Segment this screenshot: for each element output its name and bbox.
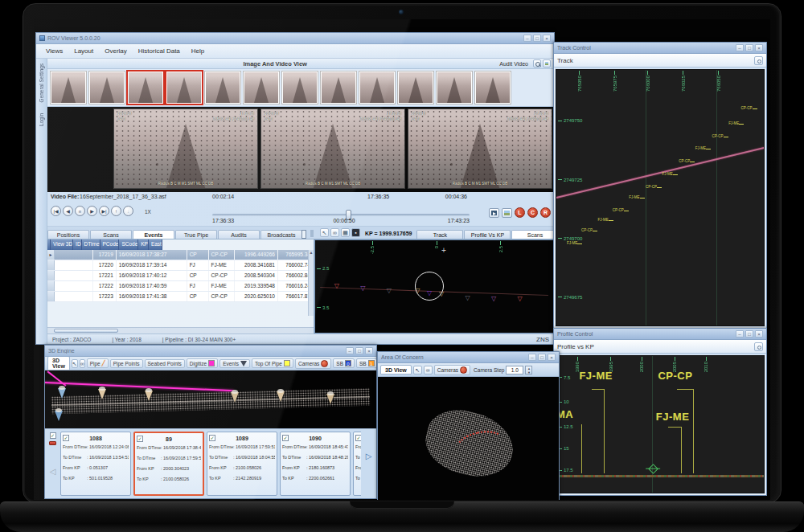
track-chart[interactable]: 765950765975766000766025766050 274975027… (556, 69, 765, 326)
data-tab[interactable]: Positions (47, 230, 89, 239)
event-card[interactable]: 89 From DTime: 16/09/2018 17:38:47.000 T… (133, 432, 204, 496)
select-all-checkbox[interactable] (50, 432, 56, 439)
side-tab[interactable]: General Settings (39, 63, 44, 102)
horizontal-scrollbar[interactable] (47, 327, 314, 334)
table-header-cell[interactable]: ID (73, 239, 82, 250)
data-tab[interactable]: Audits (218, 230, 260, 239)
maximize-button[interactable]: □ (355, 347, 363, 354)
event-checkbox[interactable] (282, 435, 289, 441)
transport-button[interactable]: ■ (75, 206, 85, 216)
scrollbar-thumb[interactable] (54, 329, 118, 333)
data-tab[interactable]: Broadcasts (260, 230, 302, 239)
cameras-toggle[interactable]: Cameras (295, 358, 331, 369)
camera-video-pane[interactable]: 16/09/1817:36:35 2473765995.441 2749700.… (113, 108, 258, 189)
table-row[interactable]: 17223 16/09/2018 17:41:38 CP CP-CP 2020.… (47, 292, 314, 302)
table-row[interactable]: 17220 16/09/2018 17:39:14 FJ FJ-ME 2008.… (47, 260, 314, 271)
table-row[interactable]: 17222 16/09/2018 17:40:59 FJ FJ-ME 2019.… (47, 281, 314, 292)
view-tab[interactable]: Scans (511, 230, 558, 239)
transport-button[interactable]: ▶ (87, 206, 97, 216)
event-checkbox[interactable] (137, 436, 143, 442)
minimize-button[interactable]: – (523, 35, 531, 42)
menu-item[interactable]: Historical Data (133, 47, 185, 55)
camera-center-button[interactable]: C (527, 207, 538, 218)
video-thumbnail[interactable] (321, 72, 356, 104)
pipe-points-toggle[interactable]: Pipe Points (110, 359, 143, 368)
pin-icon[interactable] (754, 342, 763, 351)
chart-icon[interactable]: ▦ (341, 228, 350, 237)
snapshot-icon[interactable] (502, 208, 512, 218)
video-thumbnail[interactable] (166, 72, 202, 104)
table-header-cell[interactable]: East (149, 239, 162, 250)
stepper-icon[interactable]: ▲▼ (525, 366, 532, 374)
event-card[interactable]: 1090 From DTime: 16/09/2018 18:45:47.000… (280, 432, 351, 496)
table-header-cell[interactable]: DTime (82, 239, 100, 250)
camera-step-input[interactable] (506, 366, 523, 374)
image-icon[interactable] (543, 59, 551, 68)
camera-icon[interactable]: ▪ (351, 228, 360, 237)
aoc-3d-scene[interactable] (378, 377, 559, 500)
video-thumbnail[interactable] (398, 72, 433, 104)
delete-event-button[interactable] (49, 441, 56, 445)
engine-3d-scene[interactable] (45, 370, 376, 428)
engine-view-tab[interactable]: 3D View (47, 357, 70, 370)
data-tab[interactable]: True Pipe (175, 230, 217, 239)
cameras-toggle[interactable]: Cameras (434, 365, 470, 375)
event-checkbox[interactable] (209, 435, 215, 441)
minimize-button[interactable]: – (528, 354, 536, 361)
events-toggle[interactable]: Events (219, 359, 250, 368)
side-tab[interactable]: Login (39, 113, 44, 126)
cursor-icon[interactable]: ↖ (72, 359, 78, 368)
minimize-button[interactable]: – (736, 330, 744, 338)
close-button[interactable]: × (755, 330, 763, 338)
transport-button[interactable]: ▶| (99, 206, 109, 216)
top-of-pipe-toggle[interactable]: Top Of Pipe (252, 358, 293, 368)
view-tab[interactable]: Track (416, 230, 463, 239)
event-card[interactable]: 1088 From DTime: 16/09/2018 12:24:08.000… (60, 432, 131, 496)
video-thumbnail[interactable] (89, 72, 125, 104)
table-header-cell[interactable]: SCode (119, 239, 138, 250)
transport-button[interactable]: ◀ (63, 206, 73, 216)
menu-item[interactable]: Views (41, 47, 68, 55)
export-video-icon[interactable] (489, 208, 499, 218)
scan-view[interactable]: -2.502.5 2.53.5 + (314, 239, 554, 334)
data-tab[interactable]: Events (133, 230, 174, 239)
event-card[interactable]: 1089 From DTime: 16/09/2018 17:59:51.000… (207, 432, 277, 496)
magnifier-icon[interactable] (533, 59, 541, 68)
table-row[interactable]: 17221 16/09/2018 17:40:12 CP CP-CP 2008.… (47, 271, 314, 281)
seabed-points-toggle[interactable]: Seabed Points (145, 359, 185, 368)
video-thumbnail[interactable] (282, 72, 318, 104)
scroll-left-icon[interactable]: ◁ (50, 448, 56, 496)
seek-slider[interactable] (212, 214, 470, 216)
cursor-icon[interactable]: ↖ (413, 366, 422, 374)
event-card[interactable]: From DTime: To DTime: From KP: To KP: (353, 432, 361, 496)
video-thumbnail[interactable] (437, 72, 472, 104)
menu-item[interactable]: Overlay (100, 47, 132, 55)
close-button[interactable]: × (365, 347, 373, 354)
cursor-icon[interactable]: ↖ (320, 228, 329, 237)
data-tab[interactable]: Scans (90, 230, 132, 239)
pin-icon[interactable] (754, 56, 763, 65)
binoculars-icon[interactable]: ∞ (80, 359, 85, 368)
camera-video-pane[interactable]: 16/09/1817:36:35 2473765995.441 2749700.… (408, 108, 552, 189)
close-button[interactable]: × (755, 44, 763, 51)
minimize-button[interactable]: – (346, 347, 354, 354)
table-row[interactable]: 17219 16/09/2018 17:38:27 CP CP-CP 1996.… (47, 250, 314, 260)
binoculars-icon[interactable]: ∞ (424, 366, 433, 374)
transport-button[interactable]: ↓ (123, 206, 133, 216)
scroll-right-icon[interactable]: ▷ (366, 432, 372, 481)
menu-item[interactable]: Layout (69, 47, 98, 55)
video-thumbnail[interactable] (128, 72, 163, 104)
menu-item[interactable]: Help (187, 47, 209, 55)
video-thumbnail[interactable] (51, 72, 86, 104)
sb0-toggle[interactable]: SB0 (333, 358, 355, 368)
video-thumbnail[interactable] (205, 72, 240, 104)
video-thumbnail[interactable] (244, 72, 279, 104)
video-thumbnail[interactable] (359, 72, 395, 104)
view-tab[interactable]: Profile Vs KP (464, 230, 511, 239)
camera-video-pane[interactable]: 16/09/1817:36:35 2473765995.441 2749700.… (260, 108, 405, 189)
close-button[interactable]: × (548, 354, 556, 361)
maximize-button[interactable]: □ (538, 354, 546, 361)
audit-video-label[interactable]: Audit Video (499, 61, 528, 67)
camera-left-button[interactable]: L (515, 207, 525, 218)
camera-right-button[interactable]: R (540, 207, 551, 218)
